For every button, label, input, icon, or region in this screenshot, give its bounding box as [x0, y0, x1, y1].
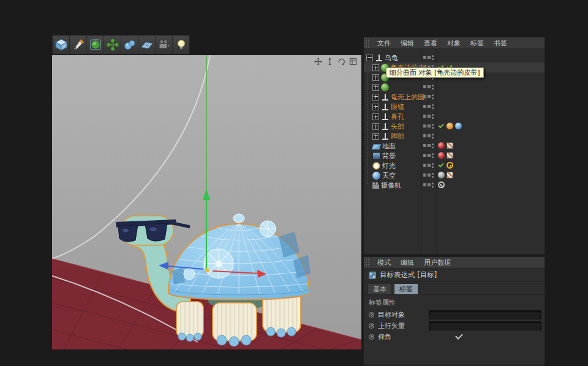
object-label[interactable]: 灯光 [382, 161, 396, 170]
rotate-icon[interactable] [337, 57, 346, 66]
viewport-3d[interactable] [52, 55, 361, 349]
visibility-dots[interactable] [432, 183, 434, 188]
object-label[interactable]: 地面 [382, 142, 396, 151]
visibility-dots[interactable] [432, 85, 434, 90]
menu-mode[interactable]: 模式 [372, 258, 396, 267]
target-object-input[interactable] [429, 310, 541, 319]
enable-check-icon[interactable] [438, 123, 445, 129]
tree-row-hidden-2[interactable] [364, 82, 545, 92]
menu-object[interactable]: 对象 [442, 39, 466, 48]
tree-row-nostril[interactable]: 鼻孔 [364, 112, 545, 121]
visibility-dots[interactable] [432, 143, 434, 148]
object-label[interactable]: 乌龟 [385, 53, 398, 63]
expand-toggle[interactable] [372, 113, 379, 120]
texture-tag-icon[interactable] [447, 172, 453, 178]
subdivision-tool-button[interactable] [87, 36, 104, 54]
object-label[interactable]: 脚部 [391, 132, 404, 141]
dolly-icon[interactable] [325, 57, 334, 66]
floor-tool-button[interactable] [138, 36, 156, 54]
tree-row-feet[interactable]: 脚部 [364, 131, 545, 141]
visibility-toggles[interactable] [423, 105, 431, 108]
material-tag-icon[interactable] [438, 152, 445, 159]
phong-tag-icon[interactable] [455, 123, 462, 129]
up-vector-input[interactable] [429, 321, 541, 330]
object-label[interactable]: 天空 [382, 171, 396, 180]
visibility-dots[interactable] [432, 134, 434, 139]
visibility-toggles[interactable] [423, 154, 431, 157]
animation-dot-icon[interactable] [369, 323, 374, 329]
expand-toggle[interactable] [372, 64, 379, 71]
expand-toggle[interactable] [372, 74, 379, 81]
expand-toggle[interactable] [372, 84, 379, 91]
visibility-toggles[interactable] [423, 85, 431, 88]
material-tag-icon[interactable] [438, 172, 445, 178]
pan-icon[interactable] [314, 57, 323, 66]
material-tag-icon[interactable] [438, 142, 445, 149]
animation-dot-icon[interactable] [369, 312, 374, 318]
menu-tag[interactable]: 标签 [466, 39, 489, 48]
metaball-tool-button[interactable] [121, 36, 138, 54]
visibility-toggles[interactable] [423, 173, 431, 177]
menu-file[interactable]: 文件 [372, 39, 396, 48]
tree-row-light[interactable]: 灯光 [364, 161, 545, 170]
visibility-toggles[interactable] [423, 124, 431, 128]
tree-row-shell-cylinder[interactable]: 龟壳上的圆柱 [364, 92, 545, 102]
object-label[interactable]: 头部 [391, 122, 404, 131]
protection-tag-icon[interactable] [438, 181, 445, 188]
visibility-dots[interactable] [432, 104, 434, 109]
pen-tool-button[interactable] [70, 36, 87, 54]
panel-grip[interactable] [364, 38, 370, 48]
visibility-dots[interactable] [432, 55, 434, 60]
visibility-dots[interactable] [432, 114, 434, 119]
menu-view[interactable]: 查看 [419, 39, 442, 48]
tree-row-floor[interactable]: 地面 [364, 141, 545, 151]
tree-row-background[interactable]: 背景 [364, 151, 545, 161]
toggle-view-icon[interactable] [349, 57, 358, 66]
animation-dot-icon[interactable] [369, 334, 374, 340]
collapse-toggle[interactable] [366, 55, 373, 61]
object-label[interactable]: 眼镜 [391, 102, 404, 112]
array-tool-button[interactable] [104, 36, 121, 54]
visibility-toggles[interactable] [423, 134, 431, 137]
tree-row-sky[interactable]: 天空 [364, 170, 545, 180]
tab-tag[interactable]: 标签 [394, 283, 418, 294]
object-label[interactable]: 背景 [382, 151, 396, 161]
material-tag-icon[interactable] [447, 123, 453, 129]
object-label[interactable]: 鼻孔 [391, 112, 404, 121]
visibility-dots[interactable] [432, 94, 434, 99]
texture-tag-icon[interactable] [447, 142, 453, 149]
expand-toggle[interactable] [372, 123, 379, 130]
texture-tag-icon[interactable] [447, 152, 453, 159]
visibility-toggles[interactable] [423, 56, 431, 59]
visibility-toggles[interactable] [423, 183, 431, 186]
menu-userdata[interactable]: 用户数据 [419, 258, 456, 267]
visibility-dots[interactable] [432, 173, 434, 178]
tree-row-camera[interactable]: 摄像机 [364, 180, 545, 190]
visibility-toggles[interactable] [423, 164, 431, 167]
cube-tool-button[interactable] [53, 36, 70, 54]
light-tool-button[interactable] [173, 36, 189, 54]
tree-row-turtle[interactable]: 乌龟 [364, 53, 545, 63]
menu-edit[interactable]: 编辑 [396, 258, 419, 267]
panel-grip[interactable] [364, 257, 370, 267]
object-label[interactable]: 龟壳上的圆柱 [391, 93, 426, 102]
menu-bookmark[interactable]: 书签 [489, 39, 512, 48]
expand-toggle[interactable] [372, 104, 379, 110]
visibility-dots[interactable] [432, 163, 434, 168]
expand-toggle[interactable] [372, 133, 379, 140]
visibility-toggles[interactable] [423, 95, 431, 98]
pitch-checkbox[interactable] [455, 332, 463, 340]
camera-tool-button[interactable] [156, 36, 173, 54]
object-label[interactable]: 摄像机 [381, 181, 401, 190]
expand-toggle[interactable] [372, 94, 379, 101]
visibility-toggles[interactable] [423, 144, 431, 147]
visibility-dots[interactable] [432, 153, 434, 158]
enable-check-icon[interactable] [438, 162, 445, 169]
tab-basic[interactable]: 基本 [368, 283, 392, 294]
tree-row-head[interactable]: 头部 [364, 121, 545, 131]
visibility-dots[interactable] [432, 124, 434, 129]
target-tag-icon[interactable] [447, 162, 453, 169]
visibility-toggles[interactable] [423, 115, 431, 118]
menu-edit[interactable]: 编辑 [396, 39, 419, 48]
tree-row-glasses[interactable]: 眼镜 [364, 102, 545, 112]
